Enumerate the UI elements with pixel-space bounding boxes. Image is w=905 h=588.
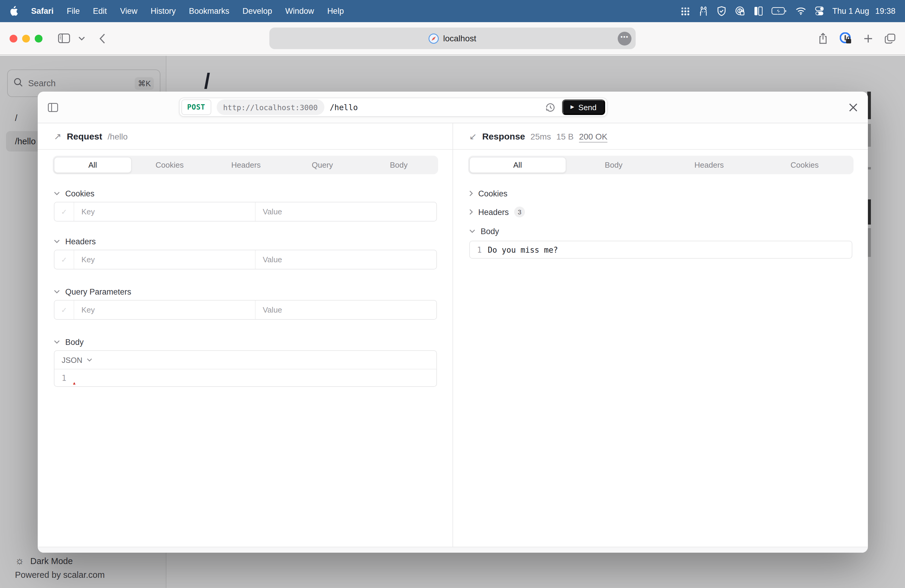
privacy-lock-icon[interactable] — [735, 6, 745, 16]
response-tabs: All Body Headers Cookies — [468, 156, 854, 174]
new-tab-button[interactable] — [864, 34, 873, 43]
chevron-right-icon — [469, 191, 473, 196]
menu-view[interactable]: View — [120, 6, 137, 16]
header-value-input[interactable]: Value — [256, 250, 437, 269]
response-status-badge[interactable]: 200 OK — [579, 132, 608, 141]
apple-logo-icon[interactable] — [10, 6, 18, 16]
macos-menubar: Safari File Edit View History Bookmarks … — [0, 0, 905, 22]
line-number: 1 — [477, 245, 482, 254]
cookies-kv-row: ✓ Key Value — [54, 202, 437, 222]
request-tab-query[interactable]: Query — [284, 157, 360, 173]
body-editor-line[interactable]: 1 ▲ — [54, 369, 437, 386]
minimize-window-button[interactable] — [22, 35, 30, 42]
api-client-modal: POST http://localhost:3000 /hello ▶ Send — [38, 92, 868, 553]
menu-file[interactable]: File — [67, 6, 80, 16]
close-modal-button[interactable] — [849, 103, 858, 112]
headers-kv-row: ✓ Key Value — [54, 250, 437, 269]
request-tab-headers[interactable]: Headers — [208, 157, 284, 173]
menubar-time: 19:38 — [875, 6, 895, 16]
safari-toolbar: localhost ••• — [0, 22, 905, 55]
row-enabled-checkbox[interactable]: ✓ — [54, 202, 74, 221]
chevron-down-icon — [86, 358, 92, 362]
request-path-input[interactable]: /hello — [330, 103, 358, 112]
menu-bookmarks[interactable]: Bookmarks — [189, 6, 229, 16]
tab-overview-button[interactable] — [884, 33, 895, 43]
response-body-heading: Body — [481, 227, 499, 236]
client-topbar: POST http://localhost:3000 /hello ▶ Send — [38, 92, 868, 123]
response-cookies-heading: Cookies — [478, 189, 508, 198]
request-address-bar[interactable]: POST http://localhost:3000 /hello ▶ Send — [179, 98, 607, 117]
menu-develop[interactable]: Develop — [243, 6, 272, 16]
back-button[interactable] — [99, 33, 105, 43]
body-format-select[interactable]: JSON — [54, 351, 437, 369]
chevron-down-icon — [469, 229, 475, 233]
request-headers-section-toggle[interactable]: Headers — [54, 235, 437, 247]
response-arrow-icon: ↙ — [469, 131, 477, 141]
control-center-icon[interactable] — [815, 6, 823, 16]
modal-footer-strip — [38, 547, 868, 553]
response-tab-all[interactable]: All — [469, 157, 566, 173]
send-label: Send — [578, 103, 597, 112]
response-cookies-section-toggle[interactable]: Cookies — [469, 188, 852, 199]
row-enabled-checkbox[interactable]: ✓ — [54, 250, 74, 269]
cookie-value-input[interactable]: Value — [256, 202, 437, 221]
send-button[interactable]: ▶ Send — [562, 99, 605, 115]
close-window-button[interactable] — [10, 35, 17, 42]
method-badge[interactable]: POST — [181, 99, 211, 115]
client-sidebar-toggle-button[interactable] — [48, 103, 58, 112]
menu-window[interactable]: Window — [285, 6, 314, 16]
header-key-input[interactable]: Key — [74, 250, 256, 269]
headers-count-badge: 3 — [514, 207, 525, 217]
check-icon: ✓ — [61, 306, 67, 314]
request-body-heading: Body — [65, 337, 84, 346]
response-tab-headers[interactable]: Headers — [661, 157, 757, 173]
zoom-window-button[interactable] — [35, 35, 43, 42]
menu-help[interactable]: Help — [327, 6, 344, 16]
response-size: 15 B — [556, 132, 574, 141]
sidebar-toggle-button[interactable] — [58, 33, 70, 43]
response-tab-cookies[interactable]: Cookies — [757, 157, 852, 173]
response-body-section-toggle[interactable]: Body — [469, 225, 852, 237]
ollama-icon[interactable] — [699, 6, 708, 16]
request-query-heading: Query Parameters — [65, 287, 132, 296]
address-bar-more-button[interactable]: ••• — [618, 32, 632, 45]
body-format-value: JSON — [62, 355, 82, 364]
response-headers-heading: Headers — [478, 208, 509, 216]
window-tiling-icon[interactable] — [754, 6, 762, 16]
shield-check-icon[interactable] — [717, 6, 726, 16]
onepassword-button[interactable] — [840, 32, 852, 44]
response-headers-section-toggle[interactable]: Headers 3 — [469, 206, 852, 218]
query-kv-row: ✓ Key Value — [54, 300, 437, 320]
address-bar[interactable]: localhost ••• — [269, 27, 636, 49]
app-grid-icon[interactable] — [680, 6, 690, 16]
cookie-key-input[interactable]: Key — [74, 202, 256, 221]
request-cookies-section-toggle[interactable]: Cookies — [54, 188, 437, 199]
menubar-app-name[interactable]: Safari — [31, 6, 54, 16]
request-tab-body[interactable]: Body — [360, 157, 437, 173]
response-body-line[interactable]: 1 Do you miss me? — [470, 241, 852, 258]
menu-edit[interactable]: Edit — [93, 6, 107, 16]
request-title: Request — [67, 131, 102, 141]
chevron-down-icon — [54, 290, 60, 293]
query-value-input[interactable]: Value — [256, 300, 437, 319]
base-url-chip[interactable]: http://localhost:3000 — [217, 99, 324, 115]
response-time: 25ms — [530, 132, 551, 141]
share-button[interactable] — [818, 33, 828, 44]
wifi-icon[interactable] — [795, 7, 806, 15]
request-body-section-toggle[interactable]: Body — [54, 336, 437, 348]
request-query-section-toggle[interactable]: Query Parameters — [54, 286, 437, 297]
row-enabled-checkbox[interactable]: ✓ — [54, 300, 74, 319]
sidebar-chevron-button[interactable] — [78, 36, 85, 40]
history-icon[interactable] — [545, 102, 556, 112]
response-tab-body[interactable]: Body — [566, 157, 661, 173]
menu-history[interactable]: History — [151, 6, 176, 16]
page-content: Search ⌘K / /hello ☼ Dark Mode Powered b… — [0, 56, 905, 588]
battery-icon[interactable] — [771, 7, 786, 15]
address-bar-host: localhost — [443, 33, 476, 43]
menubar-clock[interactable]: Thu 1 Aug 19:38 — [832, 6, 895, 16]
request-tab-cookies[interactable]: Cookies — [132, 157, 208, 173]
window-controls — [10, 35, 43, 42]
query-key-input[interactable]: Key — [74, 300, 256, 319]
screen: Safari File Edit View History Bookmarks … — [0, 0, 905, 588]
request-tab-all[interactable]: All — [54, 157, 132, 173]
